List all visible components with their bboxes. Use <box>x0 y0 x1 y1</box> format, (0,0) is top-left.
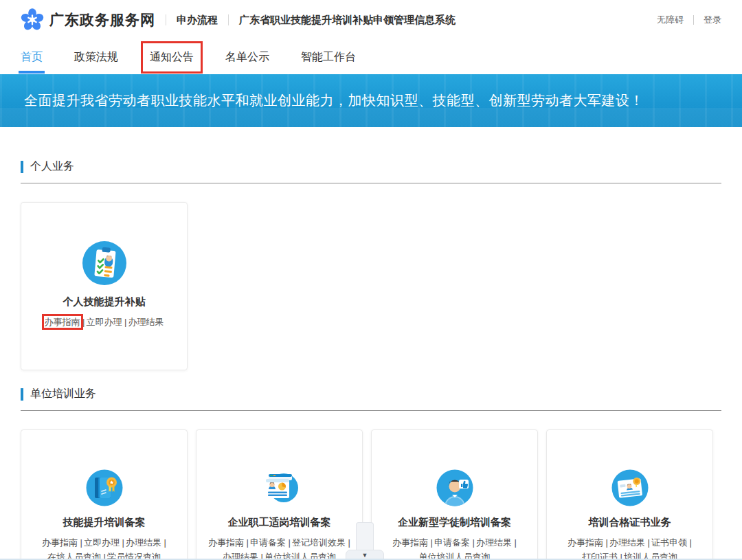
card-link-item: 办理结果 <box>128 315 164 329</box>
application-flow-link[interactable]: 申办流程 <box>177 14 218 27</box>
card-link-item: 证书申领 | <box>651 535 692 550</box>
card-link[interactable]: 证书申领 <box>651 537 687 548</box>
skill-training-record-card[interactable]: 技能提升培训备案 办事指南 |立即办理 |办理结果 |在培人员查询 |学员情况查… <box>21 429 188 560</box>
card-link[interactable]: 立即办理 <box>84 537 120 548</box>
card-link-item: 办事指南 | <box>208 535 249 550</box>
unit-card-title: 培训合格证书业务 <box>547 516 712 529</box>
scroll-hint-widget[interactable]: ▼ <box>346 522 384 560</box>
header-utilities: 无障碍 登录 <box>657 14 721 26</box>
page: 广东政务服务网 申办流程 广东省职业技能提升培训补贴申领管理信息系统 无障碍 登… <box>0 0 742 560</box>
card-link-item: 登记培训效果 | <box>292 535 350 550</box>
site-name: 广东政务服务网 <box>49 10 155 30</box>
card-link-item: 办事指南 | <box>45 315 85 329</box>
tab-home[interactable]: 首页 <box>21 40 43 74</box>
header-divider <box>228 14 229 25</box>
card-link-item: 申请备案 | <box>250 535 291 550</box>
unit-card-title: 技能提升培训备案 <box>21 516 187 529</box>
section-accent-bar <box>21 388 23 401</box>
book-medal-icon <box>85 469 124 507</box>
unit-card-title: 企业职工适岗培训备案 <box>196 516 362 529</box>
tab-public-list-label: 名单公示 <box>225 50 269 65</box>
header-divider <box>166 14 166 25</box>
login-link[interactable]: 登录 <box>704 14 721 26</box>
card-link[interactable]: 办理结果 <box>128 317 164 327</box>
card-link[interactable]: 立即办理 <box>87 317 122 327</box>
tab-notices-label: 通知公告 <box>150 50 194 65</box>
card-link-item: 申请备案 | <box>434 535 475 550</box>
card-link[interactable]: 办事指南 <box>567 537 603 548</box>
card-link-item: 立即办理 | <box>87 315 127 329</box>
card-link[interactable]: 申请备案 <box>250 537 286 548</box>
gdzwfw-logo-icon <box>21 8 44 32</box>
adapt-post-training-record-card[interactable]: 企业职工适岗培训备案 办事指南 |申请备案 |登记培训效果 |办理结果 |单位培… <box>196 429 363 560</box>
unit-card-links: 办事指南 |办理结果 |证书申领 |打印证书 |培训人员查询 <box>547 535 712 560</box>
card-link[interactable]: 登记培训效果 <box>292 537 346 548</box>
main-nav: 首页 政策法规 通知公告 名单公示 智能工作台 <box>0 40 742 74</box>
unit-section-title: 单位培训业务 <box>30 387 96 401</box>
training-certificate-card[interactable]: 培训合格证书业务 办事指南 |办理结果 |证书申领 |打印证书 |培训人员查询 <box>546 429 713 560</box>
apprentice-thumbs-up-icon <box>436 469 474 507</box>
unit-card-links: 办事指南 |立即办理 |办理结果 |在培人员查询 |学员情况查询 <box>21 535 187 560</box>
card-link-item: 立即办理 | <box>84 535 124 550</box>
card-link-item: 办事指南 | <box>392 535 433 550</box>
hero-banner: 全面提升我省劳动者职业技能水平和就业创业能力，加快知识型、技能型、创新型劳动者大… <box>0 74 742 127</box>
personal-section-title: 个人业务 <box>30 159 74 174</box>
card-link-item: 办事指南 | <box>567 535 608 550</box>
tab-policies[interactable]: 政策法规 <box>74 40 118 74</box>
section-divider <box>21 410 721 411</box>
personal-card-title: 个人技能提升补贴 <box>21 295 187 309</box>
tab-smart-workbench-label: 智能工作台 <box>301 50 356 65</box>
unit-card-links: 办事指南 |申请备案 |办理结果 |单位培训人员查询 <box>372 535 537 560</box>
utility-divider <box>693 15 694 25</box>
tab-smart-workbench[interactable]: 智能工作台 <box>301 40 356 74</box>
section-accent-bar <box>21 161 23 173</box>
card-link-item: 办事指南 | <box>42 535 82 550</box>
certificate-medal-icon <box>611 469 649 507</box>
unit-card-title: 企业新型学徒制培训备案 <box>372 516 537 529</box>
report-chart-icon <box>260 469 299 507</box>
personal-section-header: 个人业务 <box>21 127 721 174</box>
card-link-item: 办理结果 | <box>126 535 166 550</box>
card-link[interactable]: 办理结果 <box>609 537 645 548</box>
apprenticeship-training-record-card[interactable]: 企业新型学徒制培训备案 办事指南 |申请备案 |办理结果 |单位培训人员查询 <box>371 429 538 560</box>
personal-skill-subsidy-card[interactable]: 个人技能提升补贴 办事指南 |立即办理 |办理结果 <box>21 202 188 370</box>
unit-section-header: 单位培训业务 <box>21 370 721 401</box>
card-link[interactable]: 申请备案 <box>434 537 470 548</box>
tab-notices[interactable]: 通知公告 <box>150 40 194 74</box>
card-link[interactable]: 办理结果 <box>126 537 161 548</box>
tab-public-list[interactable]: 名单公示 <box>225 40 269 74</box>
clipboard-person-icon <box>81 240 128 287</box>
personal-business-section: 个人业务 <box>21 127 721 370</box>
accessibility-link[interactable]: 无障碍 <box>657 14 684 26</box>
unit-card-links: 办事指南 |申请备案 |登记培训效果 |办理结果 |单位培训人员查询 <box>196 535 362 560</box>
card-link[interactable]: 办事指南 <box>392 537 428 548</box>
top-header: 广东政务服务网 申办流程 广东省职业技能提升培训补贴申领管理信息系统 无障碍 登… <box>0 0 742 40</box>
banner-slogan: 全面提升我省劳动者职业技能水平和就业创业能力，加快知识型、技能型、创新型劳动者大… <box>0 74 742 127</box>
scroll-hint-bar[interactable] <box>356 522 374 551</box>
tab-policies-label: 政策法规 <box>74 50 118 65</box>
section-divider <box>21 183 721 183</box>
card-link-item: 办理结果 | <box>609 535 650 550</box>
card-link[interactable]: 办事指南 <box>208 537 244 548</box>
card-link[interactable]: 办事指南 <box>42 537 78 548</box>
system-title: 广东省职业技能提升培训补贴申领管理信息系统 <box>239 14 456 27</box>
card-link[interactable]: 办事指南 <box>45 317 80 327</box>
tab-home-label: 首页 <box>21 50 43 65</box>
card-link-item: 办理结果 | <box>476 535 517 550</box>
personal-card-links: 办事指南 |立即办理 |办理结果 <box>21 315 187 329</box>
card-link[interactable]: 办理结果 <box>476 537 512 548</box>
